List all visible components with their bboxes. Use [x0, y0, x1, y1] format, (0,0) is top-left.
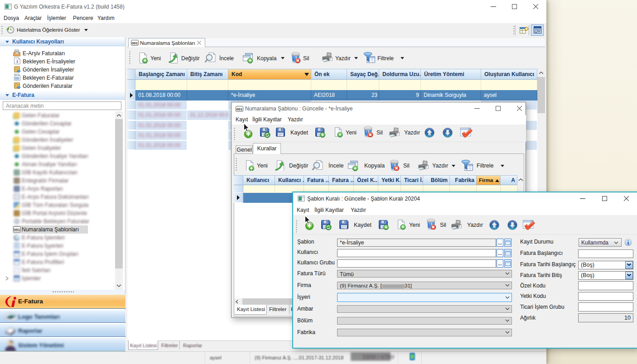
svg-text:001: 001	[132, 41, 138, 45]
svg-text:001: 001	[236, 107, 243, 111]
svg-text:i: i	[16, 58, 18, 64]
svg-text:001: 001	[14, 228, 20, 232]
